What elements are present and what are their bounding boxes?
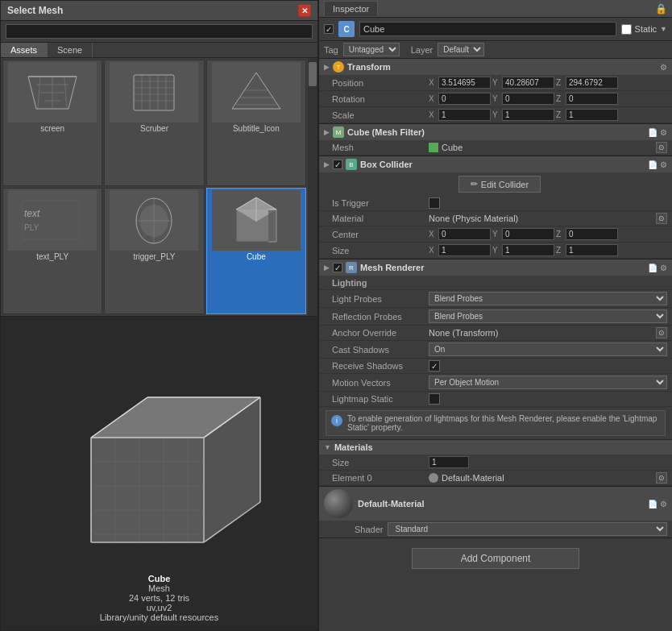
materials-collapse: ▼	[324, 443, 331, 451]
box-collider-enable[interactable]	[333, 160, 342, 169]
rot-x-input[interactable]	[438, 93, 491, 105]
scale-y-input[interactable]	[502, 109, 554, 121]
box-collider-page-icon[interactable]: 📄	[648, 160, 657, 169]
mesh-renderer-enable[interactable]	[333, 263, 342, 272]
pos-z-input[interactable]	[566, 77, 618, 89]
anchor-override-btn[interactable]: ⊙	[656, 327, 667, 338]
material-value-row: None (Physic Material) ⊙	[429, 213, 667, 224]
material-label: Material	[332, 214, 429, 223]
size-x-input[interactable]	[438, 244, 491, 256]
receive-shadows-checkbox[interactable]	[429, 360, 440, 372]
add-component-button[interactable]: Add Component	[412, 548, 580, 569]
receive-shadows-value	[429, 360, 667, 372]
lightmap-static-checkbox[interactable]	[429, 393, 440, 405]
mesh-item-text-ply[interactable]: text PLY text_PLY	[2, 188, 102, 314]
edit-collider-button[interactable]: ✏ Edit Collider	[458, 176, 541, 193]
mesh-renderer-actions: 📄 ⚙	[648, 264, 667, 272]
reflection-probes-value: Blend Probes	[429, 309, 667, 323]
preview-name: Cube	[1, 574, 317, 583]
motion-vectors-select[interactable]: Per Object Motion	[429, 376, 667, 389]
inspector-tab[interactable]: Inspector	[324, 1, 378, 16]
mesh-renderer-gear-icon[interactable]: ⚙	[660, 264, 667, 272]
is-trigger-checkbox[interactable]	[429, 197, 440, 209]
static-checkbox[interactable]	[621, 24, 632, 35]
material-gear-icon[interactable]: ⚙	[660, 500, 667, 509]
pos-y-input[interactable]	[502, 77, 554, 89]
mesh-arrow-btn[interactable]: ⊙	[656, 142, 667, 153]
light-probes-select[interactable]: Blend Probes	[429, 292, 667, 305]
mesh-filter-header[interactable]: ▶ M Cube (Mesh Filter) 📄 ⚙	[319, 124, 672, 140]
box-collider-actions: 📄 ⚙	[648, 160, 667, 169]
size-label: Size	[332, 246, 429, 255]
mesh-filter-actions: 📄 ⚙	[648, 128, 667, 137]
mesh-renderer-header[interactable]: ▶ R Mesh Renderer 📄 ⚙	[319, 259, 672, 276]
material-arrow-btn[interactable]: ⊙	[656, 213, 667, 224]
scale-z-input[interactable]	[566, 109, 618, 121]
size-y-input[interactable]	[502, 244, 554, 256]
center-z-input[interactable]	[566, 228, 618, 240]
size-z-input[interactable]	[566, 244, 618, 256]
center-x-input[interactable]	[438, 228, 491, 240]
cube-thumbnail	[224, 193, 288, 248]
mesh-grid-scrollbar[interactable]	[308, 58, 317, 316]
lightmap-static-row: Lightmap Static	[319, 392, 672, 407]
motion-vectors-value: Per Object Motion	[429, 376, 667, 389]
mesh-filter-page-icon[interactable]: 📄	[648, 128, 657, 137]
mesh-filter-component: ▶ M Cube (Mesh Filter) 📄 ⚙ Mesh Cube ⊙	[319, 124, 672, 156]
scale-x-label: X	[429, 110, 437, 119]
materials-size-input[interactable]	[429, 456, 469, 468]
anchor-override-value: None (Transform) ⊙	[429, 327, 667, 338]
tag-select[interactable]: Untagged	[343, 43, 400, 56]
light-probes-row: Light Probes Blend Probes	[319, 290, 672, 308]
object-name-input[interactable]	[359, 22, 616, 36]
mesh-item-subtitle-icon[interactable]: Subtitle_Icon	[206, 60, 306, 186]
transform-header[interactable]: ▶ T Transform ⚙	[319, 59, 672, 75]
box-collider-gear-icon[interactable]: ⚙	[660, 160, 667, 169]
tab-assets[interactable]: Assets	[1, 43, 48, 57]
mesh-renderer-page-icon[interactable]: 📄	[648, 264, 657, 272]
cast-shadows-label: Cast Shadows	[332, 345, 429, 355]
static-dropdown-arrow[interactable]: ▼	[660, 25, 667, 33]
materials-header[interactable]: ▼ Materials	[319, 440, 672, 455]
center-y-input[interactable]	[502, 228, 554, 240]
receive-shadows-row: Receive Shadows	[319, 359, 672, 374]
object-enable-checkbox[interactable]	[324, 24, 334, 34]
is-trigger-value	[429, 197, 667, 209]
pos-x-input[interactable]	[438, 77, 491, 89]
scale-row: Scale X Y Z	[319, 107, 672, 123]
inspector-tab-icons: 🔒	[655, 3, 667, 15]
position-label: Position	[332, 78, 429, 88]
layer-label: Layer	[411, 45, 433, 55]
materials-section: ▼ Materials Size Element 0 Default-Mater…	[319, 440, 672, 487]
mesh-renderer-icon: R	[346, 262, 357, 273]
layer-select[interactable]: Default	[438, 43, 484, 56]
reflection-probes-select[interactable]: Blend Probes	[429, 309, 667, 323]
element0-arrow-btn[interactable]: ⊙	[656, 472, 667, 484]
shader-row: Shader Standard	[319, 521, 672, 538]
mesh-item-trigger-ply[interactable]: trigger_PLY	[104, 188, 204, 314]
rot-y-input[interactable]	[502, 93, 554, 105]
close-button[interactable]: ✕	[298, 4, 311, 17]
tab-scene[interactable]: Scene	[48, 43, 93, 57]
mesh-renderer-title: Mesh Renderer	[360, 263, 645, 272]
search-input[interactable]	[6, 24, 313, 39]
box-collider-header[interactable]: ▶ B Box Collider 📄 ⚙	[319, 156, 672, 172]
scale-x-input[interactable]	[438, 109, 491, 121]
pos-z-label: Z	[556, 78, 564, 87]
material-name: Default-Material	[358, 499, 643, 509]
mesh-item-screen[interactable]: screen	[2, 60, 102, 186]
mesh-item-scruber[interactable]: Scruber	[104, 60, 204, 186]
scroll-thumb[interactable]	[309, 62, 317, 86]
mesh-item-cube[interactable]: Cube	[206, 188, 306, 314]
transform-options-icon[interactable]: ⚙	[660, 63, 667, 72]
cast-shadows-select[interactable]: On	[429, 342, 667, 356]
size-x-label: X	[429, 246, 437, 255]
shader-select[interactable]: Standard	[388, 522, 667, 536]
material-page-icon[interactable]: 📄	[648, 500, 657, 509]
rot-z-input[interactable]	[566, 93, 618, 105]
light-probes-label: Light Probes	[332, 294, 429, 304]
mesh-filter-gear-icon[interactable]: ⚙	[660, 128, 667, 137]
is-trigger-row: Is Trigger	[319, 196, 672, 211]
lock-icon[interactable]: 🔒	[655, 3, 667, 15]
text-ply-thumbnail: text PLY	[20, 197, 85, 245]
